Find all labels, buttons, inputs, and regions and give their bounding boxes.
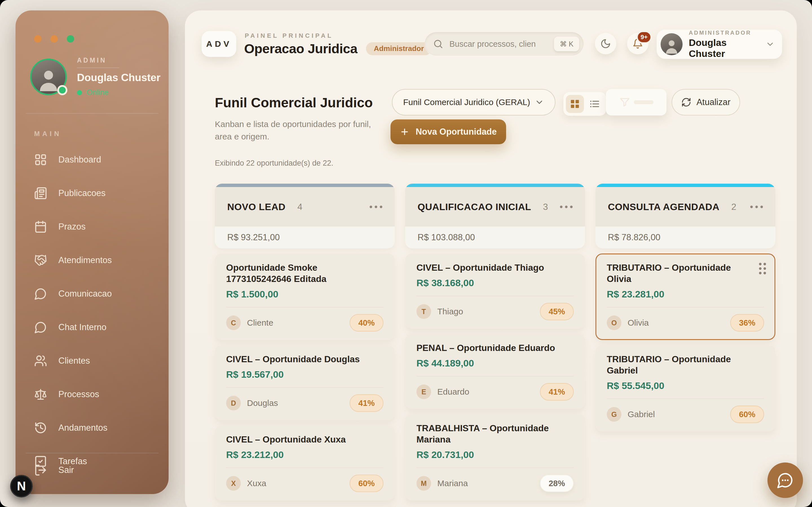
sidebar-item-processos[interactable]: Processos bbox=[15, 378, 168, 411]
column-menu-button[interactable] bbox=[750, 206, 763, 208]
kanban-view-button[interactable] bbox=[566, 95, 584, 113]
window-controls[interactable] bbox=[15, 10, 168, 43]
sidebar-item-label: Atendimentos bbox=[58, 255, 112, 265]
funnel-select[interactable]: Funil Comercial Juridico (GERAL) bbox=[392, 89, 555, 115]
card-title: PENAL – Oportunidade Eduardo bbox=[416, 342, 574, 353]
owner-avatar: E bbox=[416, 385, 431, 399]
chat-icon bbox=[34, 287, 47, 300]
kanban-column-qualificacao-inicial: QUALIFICACAO INICIAL 3 R$ 103.088,00 CIV… bbox=[405, 184, 585, 507]
main-panel: ADV PAINEL PRINCIPAL Operacao Juridica A… bbox=[185, 10, 797, 507]
filters-ghost-card[interactable] bbox=[606, 89, 666, 115]
column-total: R$ 93.251,00 bbox=[215, 226, 395, 248]
owner-avatar: O bbox=[607, 316, 621, 330]
card-value: R$ 38.168,00 bbox=[416, 277, 574, 289]
kanban-board: NOVO LEAD 4 R$ 93.251,00 Oportunidade Sm… bbox=[215, 184, 777, 507]
opportunity-card[interactable]: PENAL – Oportunidade Eduardo R$ 44.189,0… bbox=[405, 334, 585, 409]
history-icon bbox=[34, 421, 47, 434]
funnel-select-value: Funil Comercial Juridico (GERAL) bbox=[403, 98, 530, 107]
sidebar-item-dashboard[interactable]: Dashboard bbox=[15, 143, 168, 176]
view-toggle bbox=[563, 92, 606, 116]
sidebar-item-sair[interactable]: Sair bbox=[15, 453, 168, 487]
column-title: QUALIFICACAO INICIAL bbox=[417, 202, 531, 212]
column-header: NOVO LEAD 4 R$ 93.251,00 bbox=[215, 184, 395, 248]
drag-handle-icon[interactable] bbox=[759, 263, 766, 274]
owner-avatar: C bbox=[226, 316, 241, 330]
probability-badge: 36% bbox=[730, 314, 764, 332]
chevron-down-icon bbox=[765, 39, 775, 49]
opportunity-card[interactable]: Oportunidade Smoke 1773105242646 Editada… bbox=[215, 253, 395, 340]
owner-name: Eduardo bbox=[437, 387, 469, 397]
window-dot-2[interactable] bbox=[50, 35, 58, 43]
sidebar-item-chat-interno[interactable]: Chat Interno bbox=[15, 311, 168, 344]
opportunity-card-partial[interactable] bbox=[215, 506, 395, 507]
card-title: CIVEL – Oportunidade Thiago bbox=[416, 262, 574, 273]
owner-name: Olivia bbox=[627, 318, 649, 328]
support-chat-fab[interactable] bbox=[767, 462, 803, 498]
sidebar-item-label: Prazos bbox=[58, 222, 86, 232]
theme-toggle-button[interactable] bbox=[595, 33, 616, 54]
owner-name: Mariana bbox=[437, 478, 468, 488]
framework-logo: N bbox=[10, 475, 33, 497]
results-count-text: Exibindo 22 oportunidade(s) de 22. bbox=[215, 159, 333, 168]
users-icon bbox=[34, 354, 47, 367]
opportunity-card[interactable]: TRIBUTARIO – Oportunidade Gabriel R$ 55.… bbox=[596, 345, 775, 432]
board-subtitle: Kanban e lista de oportunidades por funi… bbox=[215, 118, 384, 143]
column-menu-button[interactable] bbox=[370, 206, 382, 208]
column-accent-bar bbox=[596, 184, 775, 187]
probability-badge: 45% bbox=[540, 303, 574, 320]
opportunity-card-selected[interactable]: TRIBUTARIO – Oportunidade Olivia R$ 23.2… bbox=[596, 253, 775, 340]
moon-icon bbox=[600, 38, 611, 49]
sidebar-item-clientes[interactable]: Clientes bbox=[15, 344, 168, 378]
probability-badge: 41% bbox=[350, 394, 384, 412]
column-menu-button[interactable] bbox=[560, 206, 573, 208]
ghost-text-placeholder bbox=[634, 100, 654, 104]
card-value: R$ 19.567,00 bbox=[226, 368, 384, 381]
opportunity-card[interactable]: TRABALHISTA – Oportunidade Mariana R$ 20… bbox=[405, 414, 585, 501]
search-placeholder: Buscar processos, clien bbox=[449, 40, 548, 49]
user-name: Douglas Chuster bbox=[689, 37, 759, 59]
list-view-button[interactable] bbox=[586, 95, 604, 113]
kanban-column-novo-lead: NOVO LEAD 4 R$ 93.251,00 Oportunidade Sm… bbox=[215, 184, 395, 507]
column-accent-bar bbox=[405, 184, 585, 187]
handshake-icon bbox=[34, 254, 47, 267]
new-opportunity-button[interactable]: Nova Oportunidade bbox=[391, 119, 506, 144]
probability-badge: 40% bbox=[350, 314, 384, 332]
card-value: R$ 23.281,00 bbox=[607, 288, 764, 300]
sidebar-item-publicacoes[interactable]: Publicacoes bbox=[15, 176, 168, 210]
divider bbox=[416, 467, 574, 468]
card-title: TRIBUTARIO – Oportunidade Gabriel bbox=[607, 353, 764, 376]
card-value: R$ 1.500,00 bbox=[226, 288, 384, 300]
owner-name: Thiago bbox=[437, 307, 463, 316]
column-title: CONSULTA AGENDADA bbox=[608, 202, 719, 212]
opportunity-card[interactable]: CIVEL – Oportunidade Douglas R$ 19.567,0… bbox=[215, 345, 395, 420]
sidebar-item-label: Chat Interno bbox=[58, 322, 107, 332]
search-icon bbox=[433, 39, 443, 49]
logout-icon bbox=[34, 464, 47, 476]
divider bbox=[26, 113, 158, 114]
owner-name: Cliente bbox=[247, 318, 273, 328]
sidebar-item-comunicacao[interactable]: Comunicacao bbox=[15, 277, 168, 311]
kanban-column-consulta-agendada: CONSULTA AGENDADA 2 R$ 78.826,00 TRIBUTA… bbox=[596, 184, 775, 507]
sidebar-item-atendimentos[interactable]: Atendimentos bbox=[15, 243, 168, 277]
opportunity-card[interactable]: CIVEL – Oportunidade Thiago R$ 38.168,00… bbox=[405, 253, 585, 329]
sidebar-item-label: Andamentos bbox=[58, 423, 107, 433]
column-header: CONSULTA AGENDADA 2 R$ 78.826,00 bbox=[596, 184, 775, 248]
divider bbox=[416, 376, 574, 376]
user-menu[interactable]: ADMINISTRADOR Douglas Chuster bbox=[657, 30, 782, 59]
card-value: R$ 20.731,00 bbox=[416, 448, 574, 461]
window-dot-1[interactable] bbox=[34, 35, 42, 43]
sidebar-item-prazos[interactable]: Prazos bbox=[15, 210, 168, 243]
sidebar: ADMIN Douglas Chuster Online MAIN Dashbo… bbox=[15, 10, 168, 494]
opportunity-card[interactable]: CIVEL – Oportunidade Xuxa R$ 23.212,00 X… bbox=[215, 425, 395, 501]
list-view-icon bbox=[589, 99, 600, 109]
avatar bbox=[661, 33, 682, 55]
refresh-button[interactable]: Atualizar bbox=[672, 89, 740, 115]
sidebar-item-andamentos[interactable]: Andamentos bbox=[15, 411, 168, 445]
user-status: Online bbox=[87, 88, 109, 97]
window-dot-3[interactable] bbox=[67, 35, 74, 43]
card-value: R$ 23.212,00 bbox=[226, 448, 384, 461]
avatar bbox=[30, 59, 67, 95]
search-input[interactable]: Buscar processos, clien ⌘ K bbox=[424, 32, 583, 56]
divider bbox=[226, 387, 384, 388]
notifications-button[interactable]: 9+ bbox=[627, 33, 649, 54]
